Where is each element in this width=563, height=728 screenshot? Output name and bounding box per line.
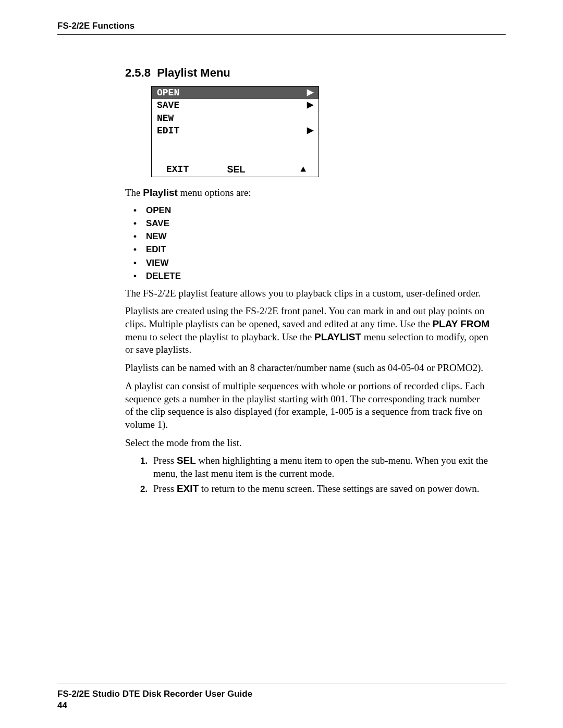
menu-item-label: EDIT	[157, 125, 179, 137]
paragraph: Playlists are created using the FS-2/2E …	[125, 305, 490, 356]
bold-term: EXIT	[177, 483, 199, 494]
softkey-up-icon[interactable]: ▲	[260, 163, 313, 176]
list-item: NEW	[146, 231, 490, 242]
paragraph: Select the mode from the list.	[125, 437, 490, 450]
list-item: EDIT	[146, 244, 490, 255]
option-list: OPEN SAVE NEW EDIT VIEW DELETE	[125, 205, 490, 282]
content-area: 2.5.8 Playlist Menu OPEN ▶ SAVE ▶ NEW ED…	[125, 66, 490, 495]
menu-item-label: SAVE	[157, 99, 179, 112]
step-item: Press SEL when highlighting a menu item …	[150, 454, 490, 480]
list-item: DELETE	[146, 270, 490, 282]
body-text: The Playlist menu options are: OPEN SAVE…	[125, 187, 490, 495]
softkey-sel[interactable]: SEL	[213, 163, 259, 176]
intro-line: The Playlist menu options are:	[125, 187, 490, 200]
list-item: SAVE	[146, 218, 490, 229]
paragraph: The FS-2/2E playlist feature allows you …	[125, 287, 490, 300]
list-item: VIEW	[146, 257, 490, 269]
softkey-exit[interactable]: EXIT	[157, 163, 213, 176]
step-item: Press EXIT to return to the menu screen.…	[150, 483, 490, 496]
running-header: FS-2/2E Functions	[57, 21, 506, 31]
header-rule	[57, 34, 506, 35]
submenu-arrow-icon: ▶	[307, 125, 313, 137]
menu-item-edit[interactable]: EDIT ▶	[152, 125, 319, 137]
menu-item-new[interactable]: NEW	[152, 112, 319, 125]
bold-term: SEL	[177, 455, 196, 466]
submenu-arrow-icon: ▶	[307, 99, 313, 112]
footer-title: FS-2/2E Studio DTE Disk Recorder User Gu…	[57, 688, 506, 700]
menu-item-open[interactable]: OPEN ▶	[152, 87, 319, 99]
footer: FS-2/2E Studio DTE Disk Recorder User Gu…	[47, 684, 516, 711]
bold-term: PLAY FROM	[432, 318, 489, 329]
submenu-arrow-icon: ▶	[307, 87, 313, 99]
menu-item-save[interactable]: SAVE ▶	[152, 99, 319, 112]
menu-footer: EXIT SEL ▲	[152, 163, 319, 177]
footer-text: FS-2/2E Studio DTE Disk Recorder User Gu…	[57, 688, 506, 711]
paragraph: Playlists can be named with an 8 charact…	[125, 362, 490, 375]
section-number: 2.5.8	[125, 66, 151, 79]
page-number: 44	[57, 700, 506, 711]
lcd-menu: OPEN ▶ SAVE ▶ NEW EDIT ▶ EXIT SEL ▲	[151, 86, 319, 177]
menu-item-label: OPEN	[157, 87, 179, 99]
list-item: OPEN	[146, 205, 490, 216]
page: FS-2/2E Functions 2.5.8 Playlist Menu OP…	[0, 0, 563, 728]
menu-item-label: NEW	[157, 112, 174, 125]
footer-rule	[57, 684, 506, 684]
bold-term: Playlist	[143, 187, 178, 198]
bold-term: PLAYLIST	[314, 331, 361, 342]
menu-spacer	[152, 137, 319, 163]
section-title: Playlist Menu	[157, 66, 230, 79]
section-heading: 2.5.8 Playlist Menu	[125, 66, 490, 80]
paragraph: A playlist can consist of multiple seque…	[125, 380, 490, 431]
step-list: Press SEL when highlighting a menu item …	[125, 454, 490, 495]
